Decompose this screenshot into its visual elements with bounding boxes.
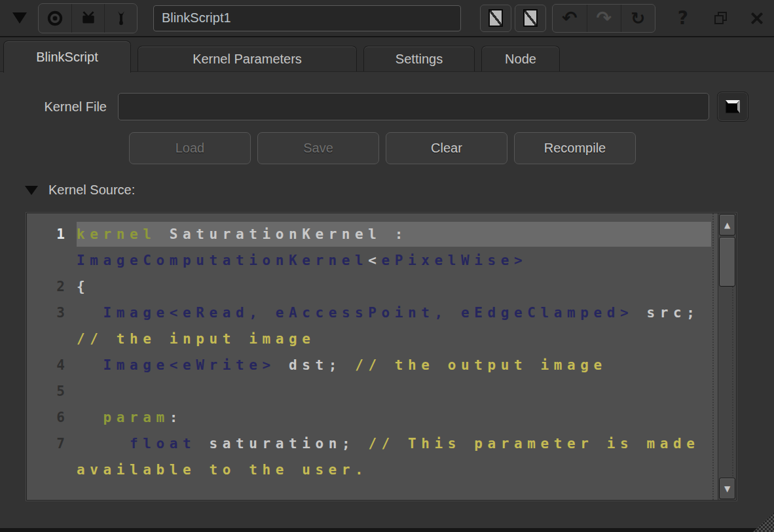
wrench-icon — [113, 10, 130, 27]
help-button[interactable]: ? — [678, 7, 688, 29]
no-color-swatch-icon — [488, 9, 503, 27]
code-line[interactable]: 3 Image<eRead, eAccessPoint, eEdgeClampe… — [27, 300, 718, 326]
monitor-icon — [80, 10, 97, 27]
tab-node[interactable]: Node — [481, 46, 560, 72]
node-icon-group — [38, 3, 138, 33]
file-browser-button[interactable] — [717, 92, 748, 122]
code-line[interactable]: // the input image — [27, 326, 718, 352]
panel-bottom-edge — [0, 528, 774, 532]
code-text: Image<eWrite> dst; // the output image — [77, 353, 711, 378]
no-color-swatch-icon — [523, 9, 538, 27]
code-text: // the input image — [77, 327, 711, 351]
kernel-actions-row: LoadSaveClearRecompile — [129, 132, 774, 164]
tab-bar: BlinkScriptKernel ParametersSettingsNode — [0, 37, 774, 72]
code-text: ImageComputationKernel<ePixelWise> — [77, 248, 711, 273]
arrow-up-icon: ▲ — [724, 221, 730, 230]
close-panel-button[interactable] — [750, 12, 764, 25]
editor-scrollbar[interactable]: ▲ ▼ — [718, 213, 736, 500]
kernel-source-label: Kernel Source: — [48, 183, 135, 198]
revert-button[interactable]: ↻ — [621, 5, 655, 32]
kernel-file-row: Kernel File — [0, 92, 774, 122]
line-number: 1 — [27, 221, 77, 247]
line-number — [27, 457, 77, 483]
scrollbar-thumb[interactable] — [719, 237, 735, 287]
line-number: 7 — [27, 431, 77, 457]
scrollbar-track[interactable] — [719, 287, 735, 478]
kernel-source-editor[interactable]: 1kernel SaturationKernel :ImageComputati… — [26, 213, 737, 501]
code-text: Image<eRead, eAccessPoint, eEdgeClamped>… — [77, 300, 711, 325]
code-line[interactable]: 1kernel SaturationKernel : — [27, 221, 718, 247]
tab-label: BlinkScript — [36, 50, 98, 65]
code-text: float saturation; // This parameter is m… — [77, 431, 711, 456]
titlebar-right-controls: ↶ ↷ ↻ ? — [477, 4, 767, 33]
line-number: 5 — [27, 378, 77, 404]
code-text: param: — [77, 405, 711, 430]
line-number: 3 — [27, 300, 77, 326]
code-line[interactable]: 6 param: — [27, 404, 718, 431]
float-panel-button[interactable] — [714, 12, 727, 24]
kernel-source-header[interactable]: Kernel Source: — [25, 183, 774, 198]
tab-blinkscript[interactable]: BlinkScript — [3, 41, 131, 73]
monitor-button[interactable] — [71, 4, 104, 33]
code-line[interactable]: 4 Image<eWrite> dst; // the output image — [27, 352, 718, 378]
line-number — [27, 326, 77, 352]
revert-icon: ↻ — [631, 10, 645, 27]
code-line[interactable]: 2{ — [27, 274, 718, 300]
arrow-down-icon: ▼ — [724, 484, 730, 493]
node-color-swatch-button[interactable] — [480, 5, 511, 32]
tab-label: Kernel Parameters — [193, 52, 302, 67]
panel-menu-button[interactable] — [7, 4, 33, 33]
code-line[interactable]: 5 — [27, 378, 718, 404]
tab-kernel-parameters[interactable]: Kernel Parameters — [138, 46, 357, 72]
redo-icon: ↷ — [597, 9, 612, 27]
tab-label: Settings — [396, 52, 443, 67]
line-number — [27, 247, 77, 274]
code-line[interactable]: ImageComputationKernel<ePixelWise> — [27, 247, 718, 274]
tab-label: Node — [505, 52, 536, 67]
settings-wrench-button[interactable] — [104, 4, 137, 33]
gl-color-swatch-button[interactable] — [515, 5, 546, 32]
history-button-group: ↶ ↷ ↻ — [552, 4, 655, 33]
folder-icon — [724, 98, 742, 115]
scroll-down-button[interactable]: ▼ — [719, 478, 735, 499]
clear-button[interactable]: Clear — [386, 132, 507, 164]
question-mark-icon: ? — [678, 7, 688, 29]
load-button[interactable]: Load — [129, 132, 251, 164]
kernel-file-input[interactable] — [118, 93, 709, 120]
target-icon — [46, 10, 64, 27]
code-line[interactable]: available to the user. — [27, 457, 718, 483]
undo-icon: ↶ — [562, 9, 577, 27]
code-line[interactable]: 7 float saturation; // This parameter is… — [27, 431, 718, 457]
redo-button[interactable]: ↷ — [587, 5, 621, 32]
line-number: 4 — [27, 352, 77, 378]
properties-titlebar: ↶ ↷ ↻ ? — [0, 0, 774, 37]
tab-settings[interactable]: Settings — [363, 46, 475, 72]
undo-button[interactable]: ↶ — [553, 5, 587, 32]
collapse-triangle-icon — [25, 186, 38, 195]
resize-grip[interactable] — [753, 512, 774, 532]
code-text: { — [77, 274, 711, 299]
code-text: kernel SaturationKernel : — [77, 222, 711, 247]
line-number: 6 — [27, 404, 77, 431]
kernel-file-label: Kernel File — [0, 99, 118, 115]
recompile-button[interactable]: Recompile — [514, 132, 636, 164]
center-node-button[interactable] — [39, 4, 71, 33]
scroll-up-button[interactable]: ▲ — [719, 214, 735, 236]
code-rows[interactable]: 1kernel SaturationKernel :ImageComputati… — [27, 213, 718, 500]
code-text: available to the user. — [77, 457, 711, 482]
save-button[interactable]: Save — [257, 132, 379, 164]
node-name-field[interactable] — [153, 5, 461, 31]
line-number: 2 — [27, 274, 77, 300]
dropdown-arrow-icon — [12, 12, 27, 24]
code-text — [77, 379, 711, 404]
